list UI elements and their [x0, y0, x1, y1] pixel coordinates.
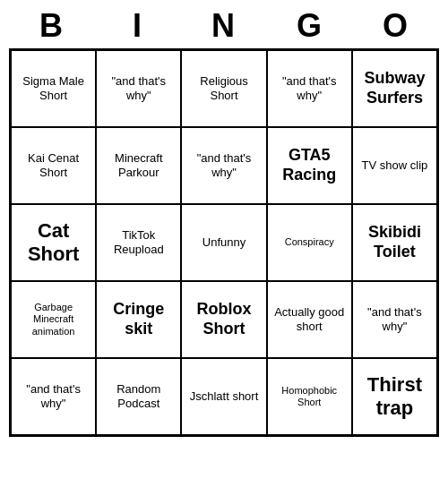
cell-0-0[interactable]: Sigma Male Short: [11, 50, 96, 127]
cell-2-4[interactable]: Skibidi Toilet: [352, 204, 437, 281]
cell-1-3[interactable]: GTA5 Racing: [267, 127, 352, 204]
cell-1-1[interactable]: Minecraft Parkour: [96, 127, 181, 204]
cell-4-2[interactable]: Jschlatt short: [181, 358, 266, 435]
row-4: "and that's why"Random PodcastJschlatt s…: [11, 358, 437, 435]
bingo-header: B I N G O: [9, 0, 439, 48]
cell-1-2[interactable]: "and that's why": [181, 127, 266, 204]
row-3: Garbage Minecraft animationCringe skitRo…: [11, 281, 437, 358]
cell-0-3[interactable]: "and that's why": [267, 50, 352, 127]
cell-3-1[interactable]: Cringe skit: [96, 281, 181, 358]
letter-o: O: [357, 7, 435, 45]
row-2: Cat ShortTikTok ReuploadUnfunnyConspirac…: [11, 204, 437, 281]
row-0: Sigma Male Short"and that's why"Religiou…: [11, 50, 437, 127]
cell-1-0[interactable]: Kai Cenat Short: [11, 127, 96, 204]
cell-2-0[interactable]: Cat Short: [11, 204, 96, 281]
cell-0-4[interactable]: Subway Surfers: [352, 50, 437, 127]
row-1: Kai Cenat ShortMinecraft Parkour"and tha…: [11, 127, 437, 204]
cell-2-3[interactable]: Conspiracy: [267, 204, 352, 281]
letter-g: G: [271, 7, 349, 45]
cell-3-4[interactable]: "and that's why": [352, 281, 437, 358]
letter-n: N: [185, 7, 263, 45]
cell-0-1[interactable]: "and that's why": [96, 50, 181, 127]
cell-2-2[interactable]: Unfunny: [181, 204, 266, 281]
cell-3-3[interactable]: Actually good short: [267, 281, 352, 358]
cell-1-4[interactable]: TV show clip: [352, 127, 437, 204]
cell-3-0[interactable]: Garbage Minecraft animation: [11, 281, 96, 358]
letter-i: I: [99, 7, 177, 45]
bingo-grid: Sigma Male Short"and that's why"Religiou…: [9, 48, 439, 437]
cell-4-1[interactable]: Random Podcast: [96, 358, 181, 435]
cell-4-0[interactable]: "and that's why": [11, 358, 96, 435]
cell-0-2[interactable]: Religious Short: [181, 50, 266, 127]
cell-4-4[interactable]: Thirst trap: [352, 358, 437, 435]
cell-3-2[interactable]: Roblox Short: [181, 281, 266, 358]
cell-4-3[interactable]: Homophobic Short: [267, 358, 352, 435]
letter-b: B: [13, 7, 91, 45]
cell-2-1[interactable]: TikTok Reupload: [96, 204, 181, 281]
